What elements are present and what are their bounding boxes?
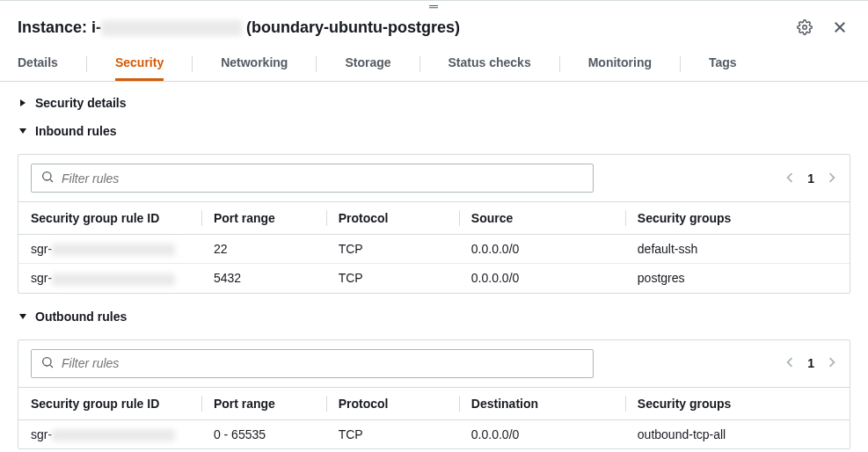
panel-header: Instance: i- (boundary-ubuntu-postgres) — [0, 11, 868, 47]
table-row[interactable]: sgr- 22 TCP 0.0.0.0/0 default-ssh — [18, 235, 850, 264]
inbound-header-row: Security group rule ID Port range Protoc… — [18, 202, 850, 235]
cell-protocol: TCP — [326, 235, 459, 264]
tab-storage[interactable]: Storage — [345, 47, 390, 81]
pager-next-icon[interactable] — [827, 171, 837, 186]
col-rule-id[interactable]: Security group rule ID — [18, 387, 201, 419]
cell-protocol: TCP — [326, 419, 459, 448]
title-suffix: (boundary-ubuntu-postgres) — [242, 18, 460, 36]
rule-id-redacted — [52, 429, 175, 441]
section-security-details: Security details — [0, 82, 868, 117]
instance-detail-panel: ═ Instance: i- (boundary-ubuntu-postgres… — [0, 0, 868, 449]
outbound-filter-wrap[interactable] — [31, 349, 594, 378]
svg-line-6 — [50, 179, 53, 182]
outbound-label: Outbound rules — [35, 310, 127, 324]
cell-protocol: TCP — [326, 264, 459, 293]
inbound-label: Inbound rules — [35, 124, 117, 138]
svg-point-0 — [803, 26, 807, 30]
col-groups[interactable]: Security groups — [625, 202, 850, 235]
tab-divider — [559, 56, 560, 72]
cell-rule-id: sgr- — [18, 235, 201, 264]
title-prefix: Instance: i- — [18, 18, 101, 36]
caret-right-icon — [18, 98, 28, 108]
tab-divider — [86, 56, 87, 72]
rule-id-redacted — [52, 273, 175, 286]
inbound-toggle[interactable]: Inbound rules — [18, 120, 850, 142]
search-icon — [40, 355, 55, 372]
tab-divider — [680, 56, 681, 72]
outbound-toggle[interactable]: Outbound rules — [18, 306, 850, 327]
outbound-table: Security group rule ID Port range Protoc… — [18, 387, 850, 448]
close-icon[interactable] — [829, 17, 850, 38]
tab-monitoring[interactable]: Monitoring — [588, 47, 652, 81]
security-details-label: Security details — [35, 96, 127, 110]
col-protocol[interactable]: Protocol — [326, 387, 459, 419]
col-groups[interactable]: Security groups — [625, 387, 850, 419]
cell-rule-id: sgr- — [18, 419, 201, 448]
col-port[interactable]: Port range — [201, 387, 326, 419]
tabs: Details Security Networking Storage Stat… — [0, 47, 868, 82]
tab-status-checks[interactable]: Status checks — [449, 47, 531, 81]
cell-port: 5432 — [201, 264, 326, 293]
instance-id-redacted — [101, 20, 242, 36]
inbound-table-container: 1 Security group rule ID Port range Prot… — [18, 154, 850, 294]
col-source[interactable]: Source — [459, 202, 625, 235]
pager-next-icon[interactable] — [827, 356, 837, 370]
search-icon — [40, 170, 55, 186]
table-row[interactable]: sgr- 0 - 65535 TCP 0.0.0.0/0 outbound-tc… — [18, 419, 850, 448]
tab-details[interactable]: Details — [18, 47, 58, 81]
tab-security[interactable]: Security — [115, 47, 164, 81]
col-protocol[interactable]: Protocol — [326, 202, 459, 235]
svg-line-9 — [50, 365, 53, 368]
cell-rule-id: sgr- — [18, 264, 201, 293]
inbound-filter-wrap[interactable] — [31, 164, 594, 193]
outbound-pager: 1 — [784, 356, 837, 370]
outbound-table-container: 1 Security group rule ID Port range Prot… — [18, 339, 850, 449]
cell-groups: outbound-tcp-all — [625, 419, 850, 448]
header-actions — [794, 17, 850, 38]
inbound-page-number: 1 — [807, 171, 814, 186]
cell-port: 22 — [201, 235, 326, 264]
inbound-filter-row: 1 — [18, 155, 850, 201]
outbound-filter-row: 1 — [18, 340, 850, 387]
caret-down-icon — [18, 311, 28, 322]
cell-destination: 0.0.0.0/0 — [459, 419, 625, 448]
caret-down-icon — [18, 126, 28, 136]
inbound-pager: 1 — [784, 171, 837, 186]
inbound-filter-input[interactable] — [62, 171, 584, 186]
col-port[interactable]: Port range — [201, 202, 326, 235]
svg-marker-3 — [20, 99, 26, 106]
gear-icon[interactable] — [794, 17, 815, 38]
inbound-table: Security group rule ID Port range Protoc… — [18, 201, 850, 293]
table-row[interactable]: sgr- 5432 TCP 0.0.0.0/0 postgres — [18, 264, 850, 293]
cell-source: 0.0.0.0/0 — [459, 235, 625, 264]
tab-divider — [419, 56, 420, 72]
security-details-toggle[interactable]: Security details — [18, 92, 850, 113]
cell-groups: default-ssh — [625, 235, 850, 264]
section-inbound: Inbound rules — [0, 117, 868, 145]
tab-tags[interactable]: Tags — [709, 47, 737, 81]
tab-networking[interactable]: Networking — [221, 47, 288, 81]
rule-id-redacted — [52, 244, 175, 256]
outbound-header-row: Security group rule ID Port range Protoc… — [18, 387, 850, 419]
tab-divider — [316, 56, 317, 72]
cell-port: 0 - 65535 — [201, 419, 326, 448]
svg-point-5 — [43, 172, 51, 180]
outbound-filter-input[interactable] — [62, 356, 584, 370]
svg-marker-7 — [19, 314, 26, 319]
cell-groups: postgres — [625, 264, 850, 293]
pager-prev-icon[interactable] — [784, 171, 795, 186]
cell-source: 0.0.0.0/0 — [459, 264, 625, 293]
outbound-page-number: 1 — [807, 356, 814, 370]
tab-divider — [192, 56, 193, 72]
pager-prev-icon[interactable] — [784, 356, 795, 370]
col-destination[interactable]: Destination — [459, 387, 625, 419]
instance-title: Instance: i- (boundary-ubuntu-postgres) — [18, 18, 460, 37]
svg-marker-4 — [19, 128, 26, 134]
col-rule-id[interactable]: Security group rule ID — [18, 202, 201, 235]
section-outbound: Outbound rules — [0, 303, 868, 331]
drag-handle-icon[interactable]: ═ — [0, 1, 868, 11]
svg-point-8 — [43, 357, 51, 365]
